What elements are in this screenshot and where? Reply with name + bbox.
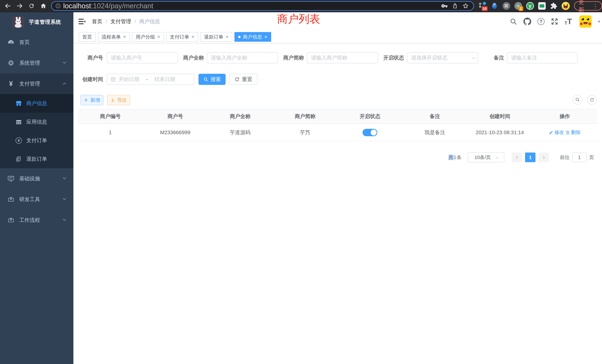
- goto-label: 前往: [560, 154, 570, 161]
- short-name-input[interactable]: [307, 52, 378, 63]
- edit-link[interactable]: 修改: [549, 129, 564, 136]
- delete-link[interactable]: 删除: [566, 129, 581, 136]
- full-name-input[interactable]: [207, 52, 278, 63]
- url-path: :1024/pay/merchant: [91, 2, 153, 10]
- chevron-right-icon: [541, 156, 545, 159]
- status-toggle[interactable]: [363, 129, 377, 136]
- extensions-row: 10 ⌘ 1 y: [478, 1, 570, 11]
- tab-pay-order[interactable]: 支付订单 ×: [166, 32, 198, 42]
- browser-back-button[interactable]: [3, 1, 13, 11]
- chevron-left-icon: [516, 156, 519, 159]
- tab-user-group[interactable]: 用户分组 ×: [132, 32, 164, 42]
- show-search-toggle-button[interactable]: [573, 95, 582, 105]
- breadcrumb-home[interactable]: 首页: [92, 18, 102, 25]
- merchant-table: 商户编号 商户号 商户全称 商户简称 开启状态 备注 创建时间 操作 1 M23…: [78, 109, 597, 141]
- extension-command-icon[interactable]: ⌘: [502, 1, 511, 11]
- address-bar[interactable]: localhost:1024/pay/merchant: [51, 1, 474, 11]
- breadcrumb-payment[interactable]: 支付管理: [110, 18, 131, 25]
- user-avatar[interactable]: [579, 15, 592, 28]
- reset-button[interactable]: 重置: [229, 74, 258, 85]
- url-text: localhost:1024/pay/merchant: [63, 2, 441, 10]
- sidebar-item-label: 系统管理: [19, 60, 40, 66]
- chevron-up-icon: [63, 83, 66, 86]
- browser-reload-button[interactable]: [26, 1, 37, 11]
- browser-menu-dots-icon[interactable]: ⋮: [592, 3, 598, 9]
- tab-home[interactable]: 首页: [79, 32, 96, 42]
- fullscreen-icon[interactable]: [551, 18, 558, 25]
- tab-refund-order[interactable]: 退款订单 ×: [200, 32, 232, 42]
- sidebar-item-dev-tools[interactable]: 研发工具: [0, 189, 73, 210]
- app-title: 芋道管理系统: [29, 19, 61, 26]
- start-date-placeholder: 开始日期: [119, 76, 139, 83]
- caret-down-icon[interactable]: ▾: [598, 19, 600, 24]
- tab-merchant-info[interactable]: 商户信息 ×: [235, 32, 271, 42]
- sidebar-item-merchant-info[interactable]: 商户信息: [0, 94, 73, 113]
- tab-process-form[interactable]: 流程表单 ×: [98, 32, 130, 42]
- github-icon[interactable]: [523, 18, 531, 25]
- refresh-table-button[interactable]: [587, 95, 597, 105]
- trash-icon: [566, 130, 570, 135]
- tags-view: 首页 流程表单 × 用户分组 × 支付订单 × 退款订单 × 商户信息 ×: [73, 31, 602, 43]
- browser-forward-button[interactable]: [14, 1, 25, 11]
- close-icon[interactable]: ×: [264, 34, 267, 40]
- password-key-icon[interactable]: [441, 3, 448, 9]
- sidebar-item-label: 工作流程: [19, 217, 40, 224]
- browser-home-button[interactable]: [38, 1, 49, 11]
- app-logo-row[interactable]: 芋道管理系统: [0, 12, 73, 32]
- next-page-button[interactable]: [538, 152, 549, 162]
- export-button[interactable]: 导出: [107, 95, 130, 105]
- sidebar-item-system[interactable]: ⚙ 系统管理: [0, 53, 73, 73]
- extension-vimium-icon[interactable]: [490, 1, 499, 11]
- close-icon[interactable]: ×: [123, 34, 126, 40]
- page-number-1[interactable]: 1: [525, 152, 536, 162]
- full-name-label: 商户全称: [181, 52, 204, 63]
- sidebar-collapse-toggle[interactable]: [78, 17, 86, 26]
- sidebar-item-home[interactable]: 首页: [0, 32, 73, 53]
- extensions-puzzle-icon[interactable]: [549, 1, 558, 11]
- bookmark-star-icon[interactable]: [462, 3, 469, 9]
- header-search-icon[interactable]: [510, 18, 517, 25]
- create-time-range-picker[interactable]: 开始日期 - 结束日期: [107, 74, 194, 85]
- prev-page-button[interactable]: [512, 152, 522, 162]
- sidebar-item-payment[interactable]: ¥ 支付管理: [0, 73, 73, 94]
- sidebar: 芋道管理系统 首页 ⚙ 系统管理 ¥ 支付管理 商户信息: [0, 12, 73, 364]
- sidebar-item-workflow[interactable]: 工作流程: [0, 210, 73, 231]
- url-host: localhost: [63, 2, 91, 10]
- merchant-no-input[interactable]: [107, 52, 178, 63]
- home-icon: [40, 3, 47, 9]
- sidebar-item-pay-order[interactable]: ¥ 支付订单: [0, 131, 73, 150]
- browser-profile-avatar[interactable]: [561, 1, 570, 11]
- breadcrumb: 首页 / 支付管理 / 商户信息: [92, 18, 160, 25]
- goto-page-input[interactable]: [572, 152, 587, 162]
- font-size-icon[interactable]: TT: [565, 18, 572, 25]
- sidebar-item-app-info[interactable]: 应用信息: [0, 113, 73, 131]
- extension-y-icon[interactable]: y: [526, 1, 534, 11]
- close-icon[interactable]: ×: [157, 34, 160, 40]
- cell-full-name: 芋道源码: [208, 129, 273, 136]
- extension-grid-icon[interactable]: 10: [478, 1, 487, 11]
- search-button[interactable]: 搜索: [198, 74, 226, 85]
- sidebar-item-label: 支付订单: [26, 137, 47, 144]
- remark-input[interactable]: [507, 52, 578, 63]
- extension-badge: 1: [519, 6, 523, 11]
- top-navbar: 首页 / 支付管理 / 商户信息 ? TT: [73, 12, 602, 31]
- extension-status-icon[interactable]: 1: [514, 1, 523, 11]
- close-icon[interactable]: ×: [192, 34, 194, 40]
- add-button[interactable]: 新增: [80, 95, 103, 105]
- extension-chat-icon[interactable]: [538, 1, 546, 11]
- briefcase-icon: [7, 217, 15, 224]
- create-time-label: 创建时间: [78, 74, 103, 85]
- browser-toolbar: localhost:1024/pay/merchant 10 ⌘ 1 y: [0, 0, 602, 12]
- close-icon[interactable]: ×: [226, 34, 228, 40]
- help-icon[interactable]: ?: [538, 18, 545, 25]
- reload-icon: [28, 3, 35, 9]
- pagination: 共1条 10条/页 1 前往 页: [449, 152, 594, 162]
- sidebar-item-infra[interactable]: 基础设施: [0, 168, 73, 189]
- page-size-select[interactable]: 10条/页: [468, 152, 504, 162]
- sidebar-item-refund-order[interactable]: 退款订单: [0, 150, 73, 168]
- browser-update-button[interactable]: 更新 ⋮: [574, 1, 602, 11]
- share-icon[interactable]: [452, 3, 458, 9]
- status-select[interactable]: 请选择开启状态: [407, 52, 478, 63]
- cell-remark: 我是备注: [402, 129, 467, 136]
- site-info-icon[interactable]: [55, 3, 61, 9]
